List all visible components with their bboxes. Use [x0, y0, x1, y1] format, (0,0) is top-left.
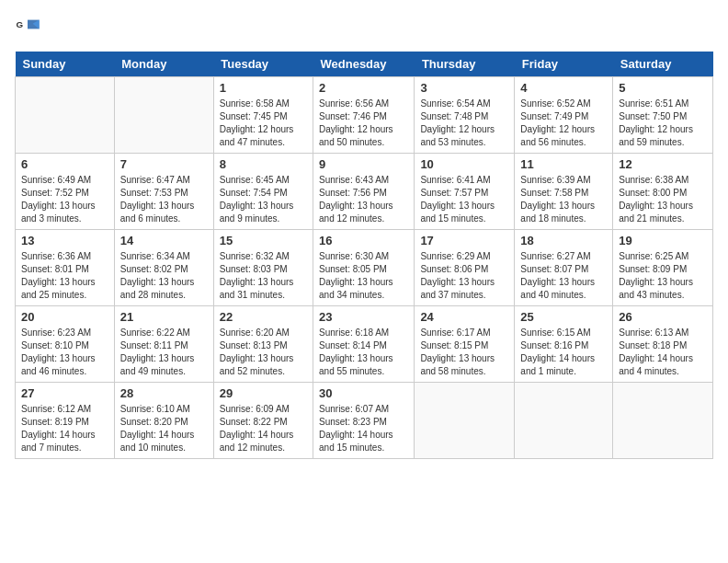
calendar-body: 1Sunrise: 6:58 AM Sunset: 7:45 PM Daylig…: [16, 77, 713, 459]
day-cell: 8Sunrise: 6:45 AM Sunset: 7:54 PM Daylig…: [213, 154, 313, 230]
day-number: 2: [319, 81, 408, 95]
day-cell: 19Sunrise: 6:25 AM Sunset: 8:09 PM Dayli…: [613, 230, 713, 306]
day-cell: 21Sunrise: 6:22 AM Sunset: 8:11 PM Dayli…: [114, 306, 213, 383]
day-info: Sunrise: 6:41 AM Sunset: 7:57 PM Dayligh…: [420, 174, 508, 225]
calendar-table: SundayMondayTuesdayWednesdayThursdayFrid…: [15, 52, 713, 459]
day-cell: 6Sunrise: 6:49 AM Sunset: 7:52 PM Daylig…: [16, 154, 115, 230]
day-number: 29: [220, 386, 307, 400]
day-number: 28: [120, 386, 208, 400]
day-info: Sunrise: 6:12 AM Sunset: 8:19 PM Dayligh…: [21, 403, 108, 454]
day-cell: 7Sunrise: 6:47 AM Sunset: 7:53 PM Daylig…: [114, 154, 213, 230]
day-cell: 23Sunrise: 6:18 AM Sunset: 8:14 PM Dayli…: [313, 306, 415, 383]
day-info: Sunrise: 6:54 AM Sunset: 7:48 PM Dayligh…: [420, 98, 508, 149]
day-info: Sunrise: 6:58 AM Sunset: 7:45 PM Dayligh…: [220, 98, 307, 149]
day-number: 12: [619, 157, 707, 171]
day-info: Sunrise: 6:15 AM Sunset: 8:16 PM Dayligh…: [520, 327, 607, 378]
day-info: Sunrise: 6:32 AM Sunset: 8:03 PM Dayligh…: [220, 250, 307, 302]
day-cell: 16Sunrise: 6:30 AM Sunset: 8:05 PM Dayli…: [313, 230, 415, 306]
day-cell: 12Sunrise: 6:38 AM Sunset: 8:00 PM Dayli…: [613, 154, 713, 230]
day-number: 4: [520, 81, 607, 95]
day-info: Sunrise: 6:47 AM Sunset: 7:53 PM Dayligh…: [120, 174, 208, 225]
day-info: Sunrise: 6:13 AM Sunset: 8:18 PM Dayligh…: [619, 327, 707, 378]
day-number: 5: [619, 81, 707, 95]
day-info: Sunrise: 6:23 AM Sunset: 8:10 PM Dayligh…: [21, 327, 108, 378]
day-cell: [515, 383, 613, 459]
day-cell: 15Sunrise: 6:32 AM Sunset: 8:03 PM Dayli…: [213, 230, 313, 306]
day-info: Sunrise: 6:38 AM Sunset: 8:00 PM Dayligh…: [619, 174, 707, 225]
day-number: 11: [520, 157, 607, 171]
day-info: Sunrise: 6:22 AM Sunset: 8:11 PM Dayligh…: [120, 327, 208, 378]
week-row-2: 6Sunrise: 6:49 AM Sunset: 7:52 PM Daylig…: [16, 154, 713, 230]
day-info: Sunrise: 6:39 AM Sunset: 7:58 PM Dayligh…: [520, 174, 607, 225]
day-info: Sunrise: 6:29 AM Sunset: 8:06 PM Dayligh…: [420, 250, 508, 302]
day-number: 17: [420, 234, 508, 247]
day-info: Sunrise: 6:30 AM Sunset: 8:05 PM Dayligh…: [319, 250, 408, 302]
day-number: 14: [120, 234, 208, 247]
day-number: 19: [619, 234, 707, 247]
day-cell: 28Sunrise: 6:10 AM Sunset: 8:20 PM Dayli…: [114, 383, 213, 459]
day-cell: 2Sunrise: 6:56 AM Sunset: 7:46 PM Daylig…: [313, 77, 415, 154]
week-row-5: 27Sunrise: 6:12 AM Sunset: 8:19 PM Dayli…: [16, 383, 713, 459]
day-cell: [415, 383, 515, 459]
day-header-wednesday: Wednesday: [313, 52, 415, 77]
day-header-tuesday: Tuesday: [213, 52, 313, 77]
day-number: 30: [319, 386, 408, 400]
day-number: 24: [420, 310, 508, 324]
day-cell: 29Sunrise: 6:09 AM Sunset: 8:22 PM Dayli…: [213, 383, 313, 459]
day-number: 10: [420, 157, 508, 171]
day-cell: 22Sunrise: 6:20 AM Sunset: 8:13 PM Dayli…: [213, 306, 313, 383]
day-cell: 10Sunrise: 6:41 AM Sunset: 7:57 PM Dayli…: [415, 154, 515, 230]
day-info: Sunrise: 6:36 AM Sunset: 8:01 PM Dayligh…: [21, 250, 108, 302]
day-header-monday: Monday: [114, 52, 213, 77]
day-cell: 18Sunrise: 6:27 AM Sunset: 8:07 PM Dayli…: [515, 230, 613, 306]
day-info: Sunrise: 6:27 AM Sunset: 8:07 PM Dayligh…: [520, 250, 607, 302]
day-cell: 14Sunrise: 6:34 AM Sunset: 8:02 PM Dayli…: [114, 230, 213, 306]
day-info: Sunrise: 6:10 AM Sunset: 8:20 PM Dayligh…: [120, 403, 208, 454]
day-info: Sunrise: 6:20 AM Sunset: 8:13 PM Dayligh…: [220, 327, 307, 378]
day-number: 8: [220, 157, 307, 171]
day-number: 23: [319, 310, 408, 324]
day-number: 21: [120, 310, 208, 324]
logo-icon: G: [15, 15, 40, 40]
day-cell: 4Sunrise: 6:52 AM Sunset: 7:49 PM Daylig…: [515, 77, 613, 154]
day-header-friday: Friday: [515, 52, 613, 77]
day-number: 16: [319, 234, 408, 247]
day-cell: 20Sunrise: 6:23 AM Sunset: 8:10 PM Dayli…: [16, 306, 115, 383]
day-info: Sunrise: 6:17 AM Sunset: 8:15 PM Dayligh…: [420, 327, 508, 378]
day-cell: 13Sunrise: 6:36 AM Sunset: 8:01 PM Dayli…: [16, 230, 115, 306]
day-info: Sunrise: 6:56 AM Sunset: 7:46 PM Dayligh…: [319, 98, 408, 149]
calendar-header-row: SundayMondayTuesdayWednesdayThursdayFrid…: [16, 52, 713, 77]
day-cell: 25Sunrise: 6:15 AM Sunset: 8:16 PM Dayli…: [515, 306, 613, 383]
day-number: 9: [319, 157, 408, 171]
day-cell: 30Sunrise: 6:07 AM Sunset: 8:23 PM Dayli…: [313, 383, 415, 459]
day-cell: 24Sunrise: 6:17 AM Sunset: 8:15 PM Dayli…: [415, 306, 515, 383]
day-info: Sunrise: 6:09 AM Sunset: 8:22 PM Dayligh…: [220, 403, 307, 454]
day-cell: 27Sunrise: 6:12 AM Sunset: 8:19 PM Dayli…: [16, 383, 115, 459]
day-header-saturday: Saturday: [613, 52, 713, 77]
day-cell: [114, 77, 213, 154]
day-number: 6: [21, 157, 108, 171]
day-header-sunday: Sunday: [16, 52, 115, 77]
week-row-1: 1Sunrise: 6:58 AM Sunset: 7:45 PM Daylig…: [16, 77, 713, 154]
day-info: Sunrise: 6:51 AM Sunset: 7:50 PM Dayligh…: [619, 98, 707, 149]
day-info: Sunrise: 6:49 AM Sunset: 7:52 PM Dayligh…: [21, 174, 108, 225]
day-number: 27: [21, 386, 108, 400]
day-number: 1: [220, 81, 307, 95]
day-cell: 11Sunrise: 6:39 AM Sunset: 7:58 PM Dayli…: [515, 154, 613, 230]
day-cell: [613, 383, 713, 459]
day-number: 3: [420, 81, 508, 95]
day-info: Sunrise: 6:25 AM Sunset: 8:09 PM Dayligh…: [619, 250, 707, 302]
day-number: 7: [120, 157, 208, 171]
day-cell: 26Sunrise: 6:13 AM Sunset: 8:18 PM Dayli…: [613, 306, 713, 383]
day-cell: 3Sunrise: 6:54 AM Sunset: 7:48 PM Daylig…: [415, 77, 515, 154]
day-header-thursday: Thursday: [415, 52, 515, 77]
logo: G: [15, 15, 44, 40]
day-number: 26: [619, 310, 707, 324]
day-info: Sunrise: 6:18 AM Sunset: 8:14 PM Dayligh…: [319, 327, 408, 378]
svg-text:G: G: [16, 19, 23, 29]
day-number: 22: [220, 310, 307, 324]
day-number: 15: [220, 234, 307, 247]
day-info: Sunrise: 6:07 AM Sunset: 8:23 PM Dayligh…: [319, 403, 408, 454]
day-cell: 9Sunrise: 6:43 AM Sunset: 7:56 PM Daylig…: [313, 154, 415, 230]
day-cell: 1Sunrise: 6:58 AM Sunset: 7:45 PM Daylig…: [213, 77, 313, 154]
